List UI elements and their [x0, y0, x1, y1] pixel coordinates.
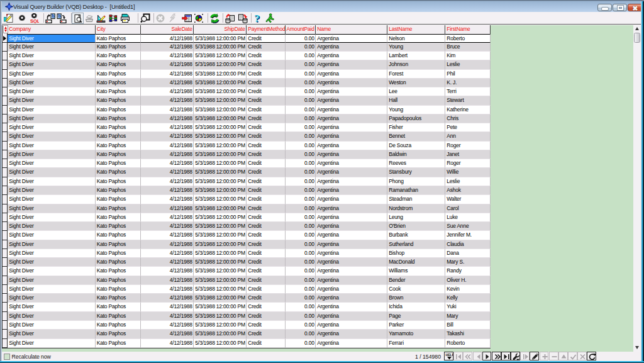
svg-text:b: b — [52, 13, 54, 19]
svg-text:SQL: SQL — [30, 18, 39, 23]
svg-text:b: b — [58, 13, 60, 19]
svg-text:HELP: HELP — [445, 353, 454, 357]
svg-text:?: ? — [254, 13, 260, 23]
